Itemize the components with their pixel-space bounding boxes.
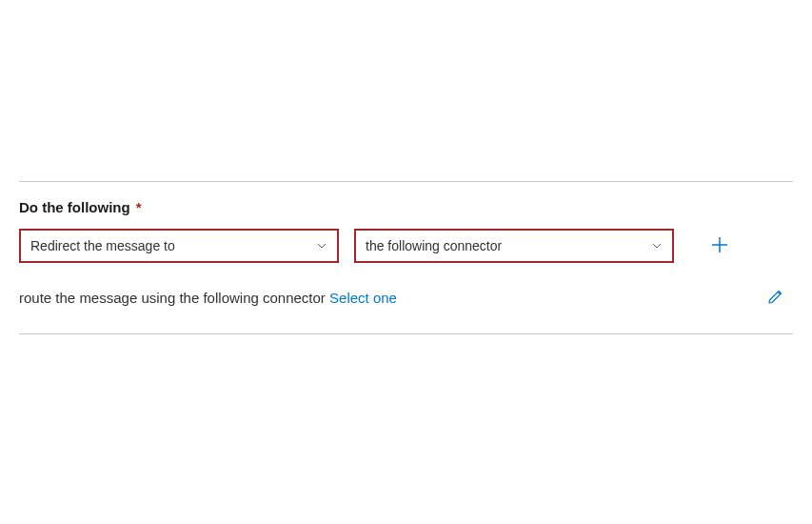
required-asterisk: * (136, 199, 142, 215)
selectors-row: Redirect the message to the following co… (19, 229, 793, 263)
edit-button[interactable] (759, 280, 793, 314)
chevron-down-icon (316, 240, 327, 252)
action-select-value: Redirect the message to (30, 238, 175, 253)
add-action-button[interactable] (703, 229, 737, 263)
section-label: Do the following * (19, 199, 793, 215)
helper-row: route the message using the following co… (19, 280, 793, 314)
action-select[interactable]: Redirect the message to (19, 229, 339, 263)
target-select-value: the following connector (366, 238, 502, 253)
divider-bottom (19, 333, 793, 334)
plus-icon (710, 235, 729, 257)
chevron-down-icon (651, 240, 663, 252)
form-section-container: Do the following * Redirect the message … (0, 181, 812, 334)
pencil-icon (767, 288, 784, 308)
do-the-following-section: Do the following * Redirect the message … (19, 182, 793, 333)
section-label-text: Do the following (19, 199, 130, 215)
target-select[interactable]: the following connector (354, 229, 674, 263)
select-connector-link[interactable]: Select one (329, 290, 397, 306)
helper-text: route the message using the following co… (19, 290, 397, 306)
helper-prefix: route the message using the following co… (19, 290, 329, 306)
